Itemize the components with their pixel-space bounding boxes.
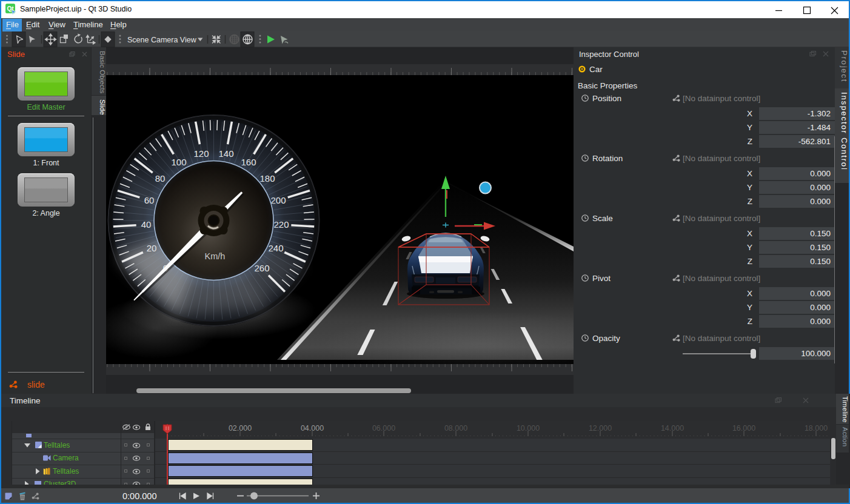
- svg-text:06.000: 06.000: [372, 424, 395, 433]
- svg-text:12.000: 12.000: [589, 424, 612, 433]
- svg-text:04.000: 04.000: [301, 424, 324, 433]
- svg-text:Scene Camera View: Scene Camera View: [127, 36, 197, 44]
- svg-text:14.000: 14.000: [661, 424, 684, 433]
- svg-text:02.000: 02.000: [229, 424, 252, 433]
- svg-text:Km/h: Km/h: [205, 251, 226, 261]
- svg-text:08.000: 08.000: [444, 424, 467, 433]
- svg-text:10.000: 10.000: [517, 424, 540, 433]
- svg-text:16.000: 16.000: [732, 424, 755, 433]
- svg-text:18.000: 18.000: [805, 424, 828, 433]
